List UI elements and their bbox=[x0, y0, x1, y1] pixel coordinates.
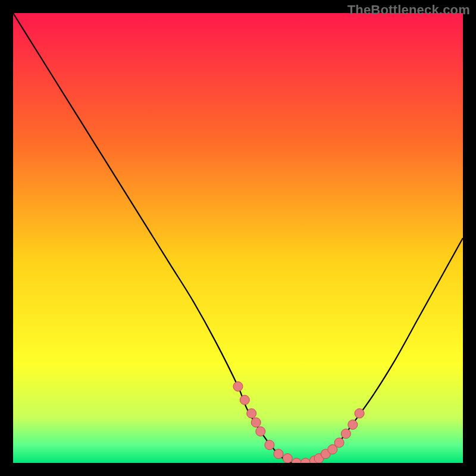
watermark-text: TheBottleneck.com bbox=[347, 2, 470, 18]
gradient-rect bbox=[13, 13, 463, 463]
plot-area bbox=[13, 13, 463, 463]
heat-gradient-background bbox=[13, 13, 463, 463]
chart-stage: TheBottleneck.com bbox=[0, 0, 476, 476]
